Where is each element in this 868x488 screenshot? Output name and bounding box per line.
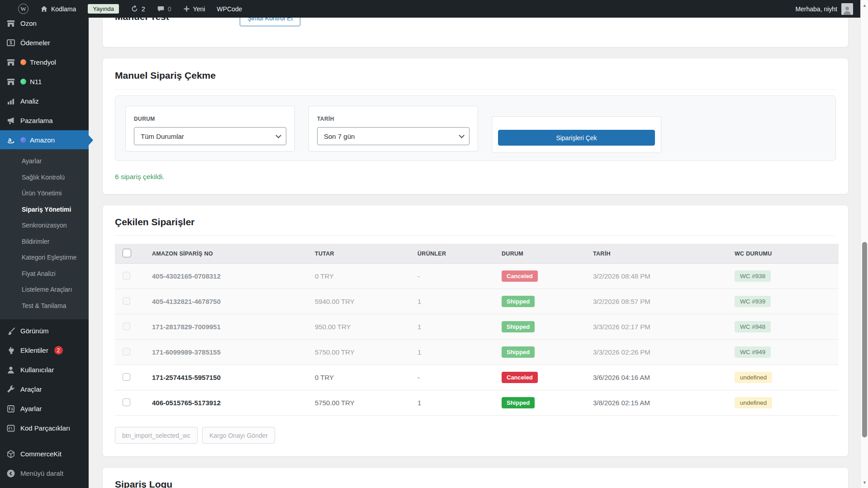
sidebar-item-trendyol[interactable]: Trendyol [0,52,89,72]
scroll-down-arrow[interactable]: ▼ [861,480,868,485]
submenu-item[interactable]: Fiyat Analizi [0,266,89,282]
total-cell: 5750.00 TRY [315,348,417,356]
pull-orders-button[interactable]: Siparişleri Çek [498,130,655,146]
submenu-item[interactable]: Ayarlar [0,153,89,170]
sidebar-item-odemeler[interactable]: $ Ödemeler [0,33,89,52]
import-selected-button[interactable]: btn_import_selected_wc [115,427,198,444]
sidebar-item-kod-parcaciklari[interactable]: Kod Parçacıkları [0,418,89,438]
sidebar-item-analiz[interactable]: Analiz [0,91,89,111]
user-greeting[interactable]: Merhaba, niyht [795,5,837,13]
scrollbar-thumb[interactable] [862,242,867,437]
total-cell: 0 TRY [315,272,417,280]
comment-icon [157,5,165,13]
status-badge[interactable]: Yayında [88,4,119,14]
divider [115,89,836,90]
manual-pull-title: Manuel Sipariş Çekme [115,70,836,81]
wc-status-badge: WC #948 [735,321,771,332]
col-status: DURUM [502,251,593,257]
date-cell: 3/3/2026 02:26 PM [593,348,735,356]
admin-bar: W Kodlama Yayında 2 0 Yeni WPCode Merhab… [0,0,860,18]
sidebar-item-kullanicilar[interactable]: Kullanıcılar [0,360,89,379]
submenu-item[interactable]: Bildirimler [0,234,89,250]
row-checkbox[interactable] [123,272,130,280]
new-content-link[interactable]: Yeni [183,5,205,13]
table-header-row: AMAZON SİPARİŞ NO TUTAR ÜRÜNLER DURUM TA… [115,244,839,264]
collapse-icon [6,469,15,478]
col-date: TARİH [593,251,735,257]
sidebar-item-collapse-menu[interactable]: Menüyü daralt [0,464,89,483]
status-dot [20,137,26,143]
store-icon [6,58,15,67]
order-log-title: Sipariş Logu [115,479,836,488]
date-filter-box: TARİH Son 7 gün [308,106,478,152]
date-select-value: Son 7 gün [324,133,355,140]
submenu-item[interactable]: Sağlık Kontrolü [0,170,89,186]
products-cell: 1 [417,323,502,331]
status-select-value: Tüm Durumlar [141,133,184,140]
order-no-cell: 171-6099989-3785155 [152,348,315,356]
order-no-cell: 405-4132821-4678750 [152,298,315,305]
total-cell: 0 TRY [315,374,417,381]
site-name-link[interactable]: Kodlama [40,5,76,13]
order-no-cell: 171-2574415-5957150 [152,374,315,381]
products-cell: 1 [417,298,502,305]
megaphone-icon [6,116,15,125]
wpcode-link[interactable]: WPCode [217,5,242,13]
sidebar-main-menu: Ozon $ Ödemeler Trendyol N11 Analiz [0,14,89,150]
row-checkbox[interactable] [123,297,130,305]
sidebar-item-amazon[interactable]: a Amazon [0,130,89,150]
products-cell: - [417,272,502,280]
sidebar-item-pazarlama[interactable]: Pazarlama [0,111,89,130]
row-checkbox[interactable] [123,398,130,406]
submenu-item[interactable]: Test & Tanilama [0,298,89,314]
wc-status-badge: WC #949 [735,346,771,358]
status-filter-box: DURUM Tüm Durumlar [125,106,295,152]
sidebar: Ozon $ Ödemeler Trendyol N11 Analiz [0,0,89,488]
status-select[interactable]: Tüm Durumlar [134,127,286,145]
sidebar-item-eklentiler[interactable]: Eklentiler 2 [0,341,89,360]
settings-icon [6,404,15,413]
total-cell: 950.00 TRY [315,323,417,331]
order-no-cell: 171-2817829-7009951 [152,323,315,331]
products-cell: - [417,374,502,381]
status-badge: Canceled [502,372,538,383]
wrench-icon [6,385,15,394]
row-checkbox[interactable] [123,348,130,355]
sidebar-item-gorunum[interactable]: Görünüm [0,321,89,341]
date-select[interactable]: Son 7 gün [317,127,470,145]
pull-result-message: 6 sipariş çekildi. [115,173,836,181]
table-actions: btn_import_selected_wc Kargo Onayı Gönde… [115,427,836,444]
updates-link[interactable]: 2 [131,5,145,13]
manual-pull-card: Manuel Sipariş Çekme DURUM Tüm Durumlar … [102,58,849,194]
row-checkbox[interactable] [123,373,130,381]
plugin-icon [6,346,15,355]
status-badge: Shipped [502,296,535,307]
avatar[interactable] [841,3,853,15]
submenu-item[interactable]: Ürün Yönetimi [0,185,89,202]
active-menu-arrow [89,135,93,145]
submenu-item[interactable]: Senkronizasyon [0,218,89,234]
wc-status-badge: WC #938 [735,270,771,282]
sidebar-item-n11[interactable]: N11 [0,72,89,91]
updates-icon [131,5,138,13]
send-shipping-confirmation-button[interactable]: Kargo Onayı Gönder [202,427,275,444]
chevron-down-icon [275,133,281,138]
date-cell: 3/6/2026 04:16 AM [593,374,735,381]
submenu-item[interactable]: Kategori Eşleştirme [0,250,89,266]
submenu-item[interactable]: Sipariş Yönetimi [0,202,89,218]
sidebar-item-commercekit[interactable]: CommerceKit [0,444,89,464]
row-checkbox[interactable] [123,322,130,330]
pull-button-box: Siparişleri Çek [492,116,661,153]
select-all-checkbox[interactable] [123,249,131,257]
payments-icon: $ [6,38,15,47]
orders-card: Çekilen Siparişler AMAZON SİPARİŞ NO TUT… [102,205,849,457]
table-row: 171-2574415-5957150 0 TRY - Canceled 3/6… [115,365,839,390]
comments-link[interactable]: 0 [157,5,171,13]
sidebar-item-ayarlar-wp[interactable]: Ayarlar [0,399,89,418]
sidebar-item-araclar[interactable]: Araçlar [0,379,89,399]
scroll-up-arrow[interactable]: ▲ [861,3,868,8]
brush-icon [6,327,15,336]
submenu-item[interactable]: Listeleme Araçları [0,282,89,298]
wordpress-logo-icon[interactable]: W [18,4,28,14]
status-dot [20,79,26,85]
